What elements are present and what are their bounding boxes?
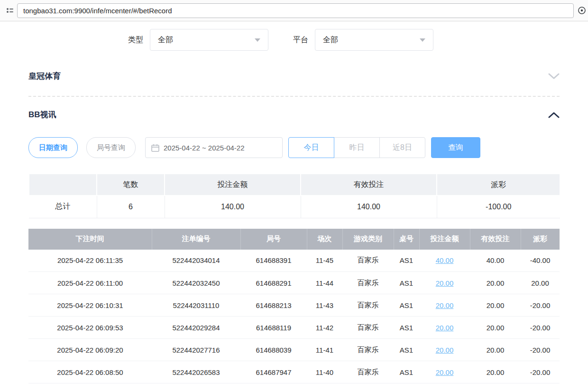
browser-bar: tongbao31.com:9900/infe/mcenter/#/betRec… [0,0,588,21]
platform-select-value: 全部 [323,35,338,45]
chevron-down-icon[interactable] [548,73,560,80]
cell-time: 2025-04-22 06:10:31 [28,294,152,317]
cell-round: 614688039 [240,339,307,361]
summary-header-row: 笔数 投注金额 有效投注 派彩 [29,174,560,196]
cell-payout: -20.00 [521,294,560,317]
platform-select[interactable]: 全部 [315,29,433,51]
cell-payout: 20.00 [521,272,560,294]
cell-table: AS1 [394,339,419,361]
summary-header-blank [29,174,97,196]
cell-table: AS1 [394,361,419,383]
col-time: 下注时间 [28,229,152,250]
cell-order: 522442029284 [152,317,240,339]
cell-valid: 20.00 [470,294,521,317]
table-row: 2025-04-22 06:11:35 522442034014 6146883… [28,250,560,272]
cell-session: 11-40 [307,361,342,383]
cell-session: 11-43 [307,294,342,317]
type-select[interactable]: 全部 [150,29,268,51]
col-order: 注单编号 [152,229,240,250]
last-8-days-button[interactable]: 近8日 [379,137,425,158]
cell-table: AS1 [394,317,419,339]
browser-extension-icon[interactable] [578,6,586,15]
col-table: 桌号 [394,229,419,250]
bet-amount-link[interactable]: 20.00 [436,368,454,376]
col-payout: 派彩 [521,229,560,250]
cell-game: 百家乐 [342,361,394,383]
cell-valid: 20.00 [470,339,521,361]
yesterday-button[interactable]: 昨日 [334,137,380,158]
chevron-down-icon [255,38,260,42]
round-query-button[interactable]: 局号查询 [86,137,136,158]
cell-payout: -20.00 [521,361,560,383]
query-toolbar: 日期查询 局号查询 2025-04-22 ~ 2025-04-22 今日 昨日 … [28,137,560,158]
summary-total-row: 总计 6 140.00 140.00 -100.00 [29,196,560,218]
cell-payout: -20.00 [521,339,560,361]
cell-game: 百家乐 [342,339,394,361]
section-bb-video[interactable]: BB视讯 [28,97,560,131]
cell-round: 614688291 [240,272,307,294]
table-row: 2025-04-22 06:09:20 522442027716 6146880… [28,339,560,361]
bet-record-page: 类型 全部 平台 全部 皇冠体育 BB视讯 日期查询 局号查询 [0,21,588,392]
summary-total-label: 总计 [29,196,97,218]
type-select-value: 全部 [158,35,173,45]
cell-order: 522442032450 [152,272,240,294]
cell-valid: 20.00 [470,272,521,294]
col-bet: 投注金额 [419,229,470,250]
address-bar[interactable]: tongbao31.com:9900/infe/mcenter/#/betRec… [17,3,574,18]
summary-count: 6 [97,196,165,218]
crown-sports-title: 皇冠体育 [28,71,61,82]
cell-round: 614687947 [240,361,307,383]
search-button[interactable]: 查询 [431,137,480,158]
bet-amount-link[interactable]: 40.00 [436,256,454,264]
bet-record-table: 下注时间 注单编号 局号 场次 游戏类别 桌号 投注金额 有效投注 派彩 202… [28,229,560,384]
calendar-icon [151,144,159,152]
cell-time: 2025-04-22 06:11:35 [28,250,152,272]
bet-amount-link[interactable]: 20.00 [436,279,454,287]
date-range-value: 2025-04-22 ~ 2025-04-22 [164,144,245,152]
tab-groups-icon[interactable] [5,5,15,16]
cell-time: 2025-04-22 06:08:50 [28,361,152,383]
summary-header-payout: 派彩 [437,174,560,196]
cell-session: 11-41 [307,339,342,361]
summary-header-bet: 投注金额 [165,174,301,196]
col-round: 局号 [240,229,307,250]
chevron-up-icon[interactable] [548,112,560,118]
cell-time: 2025-04-22 06:11:00 [28,272,152,294]
url-text: tongbao31.com:9900/infe/mcenter/#/betRec… [23,7,172,15]
cell-game: 百家乐 [342,294,394,317]
cell-table: AS1 [394,294,419,317]
cell-time: 2025-04-22 06:09:53 [28,317,152,339]
summary-valid: 140.00 [301,196,437,218]
cell-game: 百家乐 [342,272,394,294]
table-row: 2025-04-22 06:11:00 522442032450 6146882… [28,272,560,294]
cell-session: 11-44 [307,272,342,294]
summary-table: 笔数 投注金额 有效投注 派彩 总计 6 140.00 140.00 -100.… [28,173,560,218]
summary-payout: -100.00 [437,196,560,218]
platform-label: 平台 [293,35,308,45]
cell-game: 百家乐 [342,250,394,272]
quick-range-group: 今日 昨日 近8日 [288,137,425,158]
bb-video-title: BB视讯 [28,109,56,120]
cell-valid: 40.00 [470,250,521,272]
date-range-input[interactable]: 2025-04-22 ~ 2025-04-22 [145,137,283,158]
cell-payout: -40.00 [521,250,560,272]
bet-amount-link[interactable]: 20.00 [436,301,454,309]
bet-amount-link[interactable]: 20.00 [436,346,454,354]
col-valid: 有效投注 [470,229,521,250]
bet-amount-link[interactable]: 20.00 [436,324,454,332]
type-label: 类型 [128,35,143,45]
date-query-button[interactable]: 日期查询 [28,137,78,158]
cell-session: 11-42 [307,317,342,339]
chevron-down-icon [420,38,425,42]
section-crown-sports[interactable]: 皇冠体育 [28,58,560,92]
col-game: 游戏类别 [342,229,394,250]
summary-header-valid: 有效投注 [301,174,437,196]
cell-round: 614688391 [240,250,307,272]
summary-bet: 140.00 [165,196,301,218]
cell-game: 百家乐 [342,317,394,339]
cell-valid: 20.00 [470,317,521,339]
today-button[interactable]: 今日 [288,137,334,158]
cell-time: 2025-04-22 06:09:20 [28,339,152,361]
cell-order: 522442026583 [152,361,240,383]
cell-table: AS1 [394,250,419,272]
